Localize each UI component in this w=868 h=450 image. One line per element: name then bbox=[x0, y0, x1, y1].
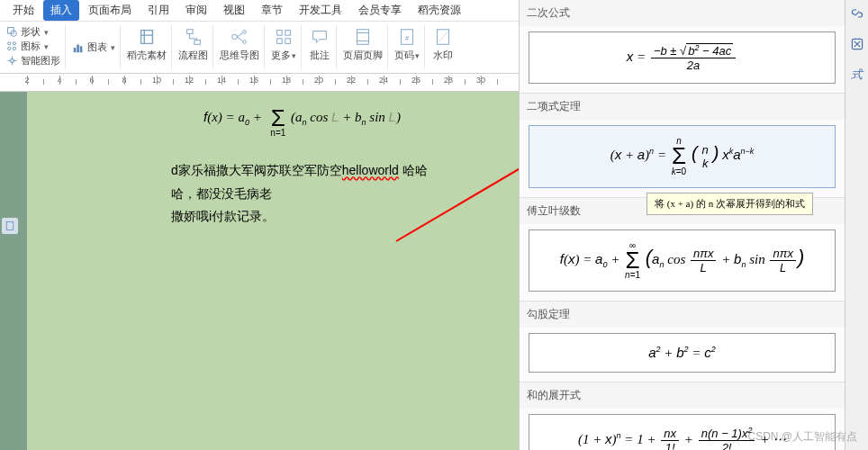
tab-pagelayout[interactable]: 页面布局 bbox=[81, 0, 139, 21]
document-area[interactable]: f(x) = a0 + Σn=1 (an cos L + bn sin L) d… bbox=[0, 92, 519, 450]
svg-rect-17 bbox=[277, 39, 283, 44]
ribbon-comment[interactable]: 批注 bbox=[303, 25, 337, 69]
smartart-button[interactable]: 智能图形 bbox=[6, 54, 60, 68]
svg-point-13 bbox=[243, 31, 247, 34]
equation-panel[interactable]: 二次公式x = −b ± √b2 − 4ac2a二项式定理(x + a)n = … bbox=[520, 0, 845, 450]
eq-title-binomial: 二项式定理 bbox=[520, 94, 845, 120]
tab-resources[interactable]: 稻壳资源 bbox=[411, 0, 468, 21]
tab-view[interactable]: 视图 bbox=[216, 0, 252, 21]
tab-start[interactable]: 开始 bbox=[5, 0, 41, 21]
ruler: 24681012141618202224262830 bbox=[0, 74, 519, 92]
ribbon-shapes-group: 形状▾ 图标▾ 智能图形 bbox=[2, 25, 66, 69]
svg-rect-7 bbox=[74, 48, 77, 52]
watermark-text: CSDN @人工智能有点 bbox=[747, 429, 857, 445]
eq-quadratic[interactable]: x = −b ± √b2 − 4ac2a bbox=[529, 32, 836, 84]
svg-rect-25 bbox=[6, 222, 14, 230]
strip-link-icon[interactable] bbox=[847, 4, 867, 23]
eq-title-quadratic: 二次公式 bbox=[520, 0, 845, 26]
svg-rect-19 bbox=[357, 30, 369, 45]
svg-rect-8 bbox=[77, 44, 79, 52]
tab-insert[interactable]: 插入 bbox=[43, 0, 79, 21]
strip-fav-icon[interactable] bbox=[847, 34, 867, 54]
body-text[interactable]: d家乐福撒大军阀苏联空军防空helloworld 哈哈哈，都没没毛病老 撒娇哦i… bbox=[171, 159, 441, 228]
svg-point-14 bbox=[243, 40, 247, 44]
tab-review[interactable]: 审阅 bbox=[178, 0, 214, 21]
ribbon-mindmap[interactable]: 思维导图 bbox=[215, 25, 265, 69]
tab-section[interactable]: 章节 bbox=[254, 0, 290, 21]
tab-references[interactable]: 引用 bbox=[140, 0, 176, 21]
tab-bar: 开始 插入 页面布局 引用 审阅 视图 章节 开发工具 会员专享 稻壳资源 bbox=[0, 0, 519, 22]
ribbon-headerfooter[interactable]: 页眉页脚 bbox=[339, 25, 388, 69]
svg-point-12 bbox=[232, 34, 238, 40]
svg-point-4 bbox=[8, 47, 11, 50]
eq-tooltip: 将 (x + a) 的 n 次幂展开得到的和式 bbox=[646, 193, 813, 215]
page-thumb-icon[interactable] bbox=[2, 218, 18, 234]
tab-member[interactable]: 会员专享 bbox=[351, 0, 409, 21]
eq-title-sumexp: 和的展开式 bbox=[520, 382, 845, 409]
ribbon-flowchart[interactable]: 流程图 bbox=[174, 25, 213, 69]
ribbon-watermark[interactable]: 水印 bbox=[427, 25, 459, 69]
svg-rect-15 bbox=[277, 31, 283, 36]
svg-text:#: # bbox=[405, 34, 410, 42]
right-strip: 式 bbox=[845, 0, 868, 450]
ribbon-material[interactable]: 稻壳素材 bbox=[122, 25, 172, 69]
svg-point-2 bbox=[8, 42, 11, 45]
svg-rect-9 bbox=[80, 46, 83, 52]
formula-in-doc: f(x) = a0 + Σn=1 (an cos L + bn sin L) bbox=[171, 99, 441, 138]
svg-rect-10 bbox=[186, 30, 192, 34]
icons-button[interactable]: 图标▾ bbox=[6, 40, 60, 53]
ribbon: 形状▾ 图标▾ 智能图形 图表▾ 稻壳素材 流程图 思维导图 bbox=[0, 22, 519, 74]
eq-fourier[interactable]: f(x) = a0 + ∞Σn=1 (an cos nπxL + bn sin … bbox=[529, 230, 836, 292]
strip-style-icon[interactable]: 式 bbox=[847, 65, 867, 85]
svg-point-5 bbox=[13, 47, 15, 50]
eq-binomial[interactable]: (x + a)n = nΣk=0 (nk) xkan−k将 (x + a) 的 … bbox=[529, 125, 836, 187]
eq-title-pythag: 勾股定理 bbox=[520, 302, 845, 328]
chart-dropdown[interactable]: 图表▾ bbox=[68, 25, 121, 69]
shapes-button[interactable]: 形状▾ bbox=[6, 25, 60, 39]
tab-devtools[interactable]: 开发工具 bbox=[292, 0, 349, 21]
svg-rect-18 bbox=[285, 39, 291, 44]
svg-point-3 bbox=[13, 42, 15, 45]
ribbon-pagenumber[interactable]: # 页码▾ bbox=[390, 25, 425, 69]
eq-pythag[interactable]: a2 + b2 = c2 bbox=[529, 333, 836, 373]
svg-rect-16 bbox=[285, 31, 291, 36]
ribbon-more[interactable]: 更多▾ bbox=[267, 25, 302, 69]
svg-rect-6 bbox=[11, 59, 14, 62]
svg-rect-11 bbox=[194, 40, 199, 45]
